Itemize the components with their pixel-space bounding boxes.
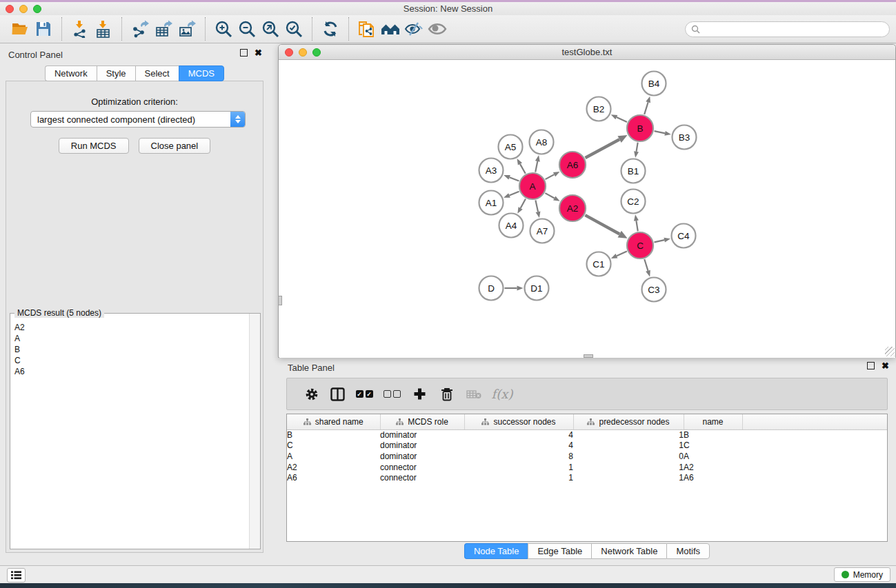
table-cell[interactable]: dominator [380,451,464,462]
table-cell[interactable] [742,440,887,452]
table-cell[interactable]: B [684,429,742,440]
table-cell[interactable]: 4 [464,440,573,452]
tab-network[interactable]: Network [45,65,97,81]
graph-node-C1[interactable]: C1 [587,252,611,276]
table-cell[interactable] [742,472,887,483]
column-header-name[interactable]: name [684,414,742,429]
zoom-selected-icon[interactable] [282,17,306,41]
float-panel-icon[interactable] [240,49,248,57]
graph-node-A4[interactable]: A4 [499,214,524,238]
close-panel-icon[interactable]: ✖ [255,49,262,57]
result-item[interactable]: B [14,344,249,355]
result-item[interactable]: C [14,355,249,366]
refresh-icon[interactable] [319,17,342,41]
table-cell[interactable]: 4 [464,429,573,440]
result-scrollbar[interactable] [249,314,260,549]
optimization-criterion-select[interactable]: largest connected component (directed) [30,111,246,128]
graph-node-C[interactable]: C [627,232,653,258]
graph-node-A3[interactable]: A3 [479,159,504,183]
table-cell[interactable]: 1 [464,472,573,483]
run-mcds-button[interactable]: Run MCDS [59,138,129,154]
table-cell[interactable]: C [287,440,380,452]
float-table-panel-icon[interactable] [867,362,875,369]
graph-node-C4[interactable]: C4 [672,224,696,248]
tab-network-table[interactable]: Network Table [591,543,666,559]
table-row[interactable]: A2connector11A2 [287,462,887,473]
table-cell[interactable]: 1 [464,462,573,473]
table-cell[interactable]: A [684,451,742,462]
graph-node-C2[interactable]: C2 [621,190,646,214]
graph-node-B2[interactable]: B2 [587,97,611,121]
graph-node-A2[interactable]: A2 [559,195,586,221]
hide-style-icon[interactable] [402,17,426,41]
graph-node-A7[interactable]: A7 [530,219,555,243]
tab-select[interactable]: Select [135,65,179,81]
table-cell[interactable]: connector [380,462,464,473]
tab-motifs[interactable]: Motifs [666,543,710,559]
table-cell[interactable]: dominator [380,440,464,452]
close-panel-button[interactable]: Close panel [139,138,211,154]
splitter-grip[interactable] [278,296,282,305]
table-settings-gear-icon[interactable] [299,383,324,405]
table-row[interactable]: A6connector11A6 [287,472,887,483]
resize-grip-icon[interactable] [885,347,895,356]
graph-node-A[interactable]: A [519,173,546,199]
column-header-predecessor-nodes[interactable]: predecessor nodes [573,414,684,429]
graph-node-A1[interactable]: A1 [479,191,504,215]
import-network-icon[interactable] [68,17,92,41]
export-network-icon[interactable] [128,17,152,41]
table-cell[interactable]: A [287,451,380,462]
graph-node-B4[interactable]: B4 [642,72,666,96]
search-input[interactable] [704,25,889,34]
graph-node-B1[interactable]: B1 [621,159,646,183]
graph-node-C3[interactable]: C3 [642,278,666,302]
table-cell[interactable]: C [684,440,742,452]
zoom-in-icon[interactable] [212,17,235,41]
table-row[interactable]: Bdominator41B [287,429,887,440]
graph-node-A6[interactable]: A6 [559,152,586,178]
table-row[interactable]: Adominator80A [287,451,887,462]
tab-node-table[interactable]: Node Table [464,543,528,559]
result-item[interactable]: A [14,333,249,344]
graph-node-D[interactable]: D [479,276,504,301]
table-cell[interactable] [742,462,887,473]
table-cell[interactable]: 1 [573,462,684,473]
add-column-icon[interactable] [406,383,433,405]
table-cell[interactable]: dominator [380,429,464,440]
table-cell[interactable]: 8 [464,451,573,462]
open-file-icon[interactable] [8,17,32,41]
deselect-all-rows-icon[interactable] [378,383,406,405]
network-window-titlebar[interactable]: testGlobe.txt [279,45,895,60]
result-item[interactable]: A2 [14,322,249,333]
table-cell[interactable]: 1 [573,440,684,452]
show-all-views-icon[interactable] [379,17,402,41]
table-cell[interactable]: A2 [684,462,742,473]
graph-node-B[interactable]: B [627,115,653,141]
table-row[interactable]: Cdominator41C [287,440,887,452]
delete-column-trash-icon[interactable] [433,383,461,405]
table-cell[interactable] [742,451,887,462]
mcds-result-list[interactable]: A2ABCA6 [10,316,249,549]
table-cell[interactable]: A2 [287,462,380,473]
close-table-panel-icon[interactable]: ✖ [882,362,889,369]
import-table-icon[interactable] [92,17,115,41]
zoom-out-icon[interactable] [235,17,259,41]
export-table-icon[interactable] [152,17,175,41]
table-cell[interactable]: 1 [573,472,684,483]
table-header-row[interactable]: shared name MCDS role successor nodes pr… [287,414,887,429]
memory-button[interactable]: Memory [834,567,890,582]
search-field[interactable] [685,21,890,37]
table-cell[interactable]: connector [380,472,464,483]
node-table[interactable]: shared name MCDS role successor nodes pr… [286,414,888,542]
graph-node-A8[interactable]: A8 [530,130,554,154]
network-canvas[interactable]: B4B2BB3B1A5A8A6A3AA1A2A4A7C2CC4C1C3DD1 [279,61,895,358]
zoom-fit-icon[interactable] [259,17,282,41]
show-hide-icon[interactable] [426,17,449,41]
graph-node-B3[interactable]: B3 [673,125,697,150]
graph-node-A5[interactable]: A5 [499,135,523,159]
task-history-button[interactable] [7,568,26,582]
column-header-mcds-role[interactable]: MCDS role [380,414,464,429]
clone-network-icon[interactable] [355,17,379,41]
column-visibility-icon[interactable] [324,383,350,405]
column-header-successor-nodes[interactable]: successor nodes [464,414,573,429]
